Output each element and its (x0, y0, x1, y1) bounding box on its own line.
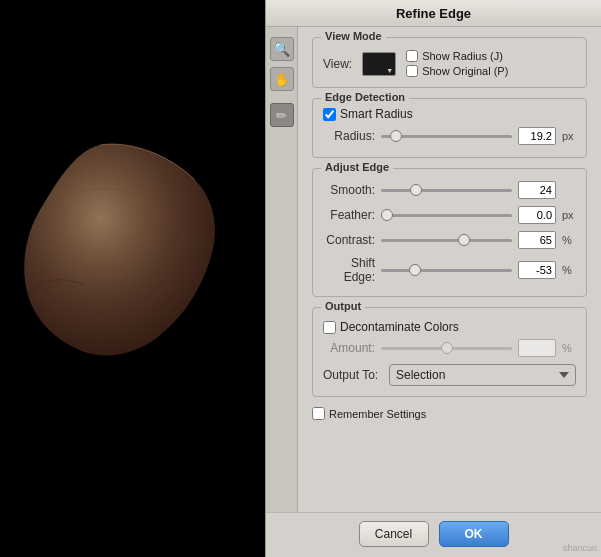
zoom-icon: 🔍 (273, 41, 290, 57)
view-thumbnail[interactable] (362, 52, 396, 76)
contrast-label: Contrast: (323, 233, 375, 247)
view-mode-section: View Mode View: Show Radius (J) Show Ori… (312, 37, 587, 88)
decontaminate-row[interactable]: Decontaminate Colors (323, 320, 576, 334)
amount-unit: % (562, 342, 576, 354)
feather-slider-container (381, 207, 512, 223)
brush-tool-button[interactable]: ✏ (270, 103, 294, 127)
view-mode-label: View Mode (321, 30, 386, 42)
contrast-unit: % (562, 234, 576, 246)
show-radius-checkbox[interactable] (406, 50, 418, 62)
remember-settings-label: Remember Settings (329, 408, 426, 420)
radius-unit: px (562, 130, 576, 142)
tool-column: 🔍 ✋ ✏ (266, 27, 298, 512)
feather-row: Feather: px (323, 206, 576, 224)
smooth-slider-container (381, 182, 512, 198)
cancel-button[interactable]: Cancel (359, 521, 429, 547)
smart-radius-checkbox[interactable] (323, 108, 336, 121)
hand-icon: ✋ (274, 72, 290, 87)
brush-icon: ✏ (276, 108, 287, 123)
output-to-row: Output To: Selection Layer Mask New Laye… (323, 364, 576, 386)
output-to-select[interactable]: Selection Layer Mask New Layer New Layer… (389, 364, 576, 386)
show-original-row[interactable]: Show Original (P) (406, 65, 508, 77)
remember-settings-row[interactable]: Remember Settings (312, 407, 587, 424)
radius-slider-container (381, 128, 512, 144)
feather-label: Feather: (323, 208, 375, 222)
adjust-edge-content: Smooth: Feather: px (323, 177, 576, 286)
decontaminate-checkbox[interactable] (323, 321, 336, 334)
radius-row: Radius: px (323, 127, 576, 145)
view-checkboxes: Show Radius (J) Show Original (P) (406, 50, 508, 77)
adjust-edge-section: Adjust Edge Smooth: Feather: (312, 168, 587, 297)
shift-edge-unit: % (562, 264, 576, 276)
feather-unit: px (562, 209, 576, 221)
contrast-row: Contrast: % (323, 231, 576, 249)
smart-radius-row: Smart Radius (323, 107, 576, 121)
amount-slider[interactable] (381, 347, 512, 350)
rock-image (20, 140, 220, 360)
radius-slider[interactable] (381, 135, 512, 138)
feather-slider[interactable] (381, 214, 512, 217)
output-to-label: Output To: (323, 368, 383, 382)
smooth-row: Smooth: (323, 181, 576, 199)
smooth-label: Smooth: (323, 183, 375, 197)
show-radius-label: Show Radius (J) (422, 50, 503, 62)
edge-detection-section: Edge Detection Smart Radius Radius: px (312, 98, 587, 158)
output-content: Decontaminate Colors Amount: % Output To… (323, 316, 576, 386)
shift-edge-slider-container (381, 262, 512, 278)
radius-label: Radius: (323, 129, 375, 143)
ok-button[interactable]: OK (439, 521, 509, 547)
shift-edge-value-input[interactable] (518, 261, 556, 279)
contrast-slider-container (381, 232, 512, 248)
watermark: shancun (563, 543, 597, 553)
feather-value-input[interactable] (518, 206, 556, 224)
canvas-area (0, 0, 265, 557)
content-column: View Mode View: Show Radius (J) Show Ori… (298, 27, 601, 512)
smart-radius-label: Smart Radius (340, 107, 413, 121)
radius-value-input[interactable] (518, 127, 556, 145)
amount-label: Amount: (323, 341, 375, 355)
edge-detection-label: Edge Detection (321, 91, 409, 103)
zoom-tool-button[interactable]: 🔍 (270, 37, 294, 61)
shift-edge-row: Shift Edge: % (323, 256, 576, 284)
smooth-slider[interactable] (381, 189, 512, 192)
shift-edge-slider[interactable] (381, 269, 512, 272)
refine-edge-dialog: Refine Edge 🔍 ✋ ✏ View Mode View: (265, 0, 601, 557)
contrast-slider[interactable] (381, 239, 512, 242)
output-section: Output Decontaminate Colors Amount: % (312, 307, 587, 397)
show-original-label: Show Original (P) (422, 65, 508, 77)
shift-edge-label: Shift Edge: (323, 256, 375, 284)
output-label: Output (321, 300, 365, 312)
show-original-checkbox[interactable] (406, 65, 418, 77)
show-radius-row[interactable]: Show Radius (J) (406, 50, 508, 62)
adjust-edge-label: Adjust Edge (321, 161, 393, 173)
smooth-value-input[interactable] (518, 181, 556, 199)
decontaminate-label: Decontaminate Colors (340, 320, 459, 334)
hand-tool-button[interactable]: ✋ (270, 67, 294, 91)
view-field-label: View: (323, 57, 352, 71)
button-row: Cancel OK (266, 512, 601, 557)
contrast-value-input[interactable] (518, 231, 556, 249)
dialog-title: Refine Edge (266, 0, 601, 27)
amount-slider-container (381, 340, 512, 356)
remember-settings-checkbox[interactable] (312, 407, 325, 420)
amount-value-input[interactable] (518, 339, 556, 357)
amount-row: Amount: % (323, 339, 576, 357)
